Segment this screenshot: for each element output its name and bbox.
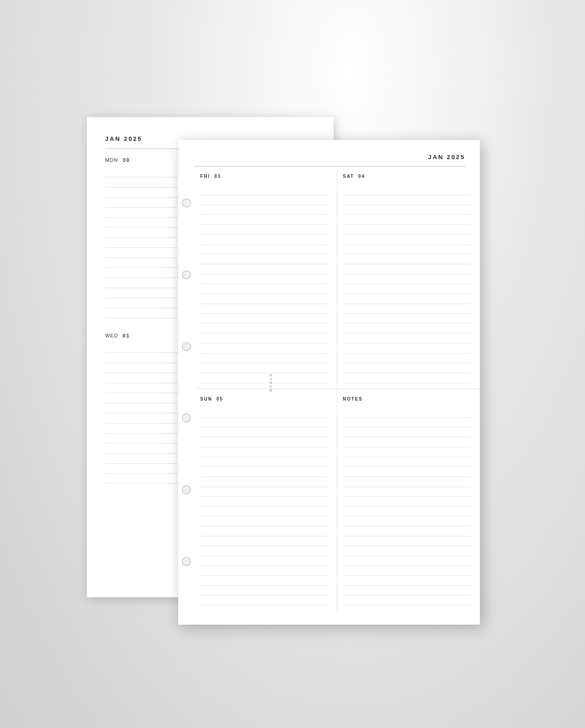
spine-bonus-label: BONUS bbox=[269, 373, 273, 392]
front-grid: FRI 03 bbox=[195, 166, 480, 611]
grid-cell-sun: SUN 05 bbox=[195, 389, 337, 611]
front-page-month: JAN 2025 bbox=[428, 154, 465, 161]
cell-day-fri: FRI 03 bbox=[200, 174, 328, 179]
cell-lines-notes bbox=[343, 408, 471, 606]
grid-cell-fri: FRI 03 bbox=[195, 166, 337, 389]
cell-day-sat: SAT 04 bbox=[343, 174, 471, 179]
cell-day-sun: SUN 05 bbox=[200, 396, 328, 401]
ring-4 bbox=[182, 413, 191, 423]
planner-container: JAN 2025 MON 30 WED 01 bbox=[87, 90, 498, 638]
cell-lines-sun bbox=[200, 408, 328, 606]
cell-lines-fri bbox=[200, 185, 328, 383]
front-header: JAN 2025 bbox=[195, 154, 480, 161]
cell-day-notes: NOTES bbox=[343, 396, 471, 401]
front-page: JAN 2025 FRI 03 bbox=[178, 140, 480, 625]
ring-2 bbox=[182, 270, 191, 279]
ring-3 bbox=[182, 342, 191, 351]
ring-5 bbox=[182, 485, 191, 494]
ring-6 bbox=[182, 557, 191, 566]
front-spine bbox=[178, 140, 195, 625]
cell-lines-sat bbox=[343, 185, 471, 383]
ring-1 bbox=[182, 198, 191, 208]
grid-cell-notes: NOTES bbox=[337, 389, 480, 611]
front-content: JAN 2025 FRI 03 bbox=[195, 140, 480, 625]
grid-cell-sat: SAT 04 bbox=[337, 166, 480, 389]
